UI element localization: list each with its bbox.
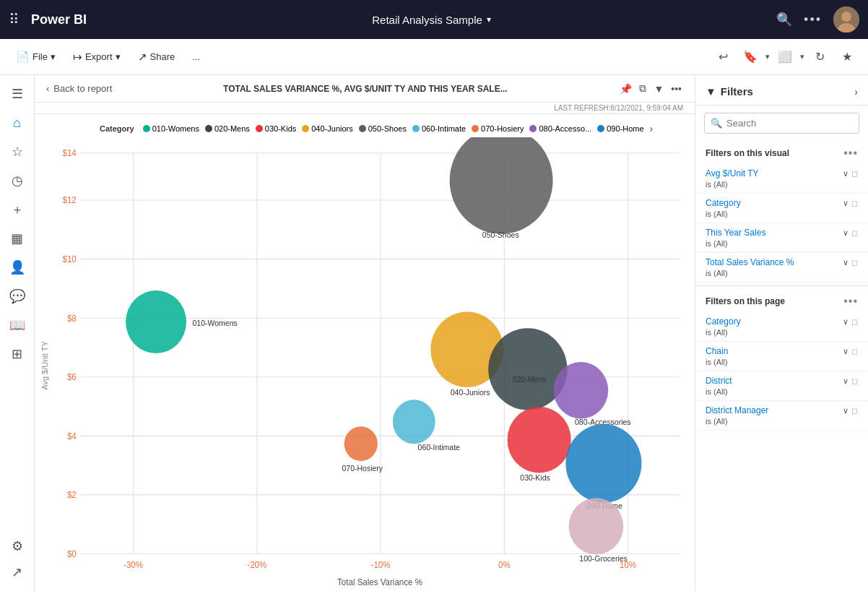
visual-filters-more[interactable]: ••• [843,147,858,160]
left-sidebar: ☰ ⌂ ☆ ◷ ＋ ▦ 👤 💬 📖 ⊞ ⚙ ↗ [0,75,35,591]
sidebar-recent-icon[interactable]: ◷ [4,168,30,194]
visual-more-icon[interactable]: ••• [669,82,683,96]
top-nav: ⠿ Power BI Retail Analysis Sample ▾ 🔍 ••… [0,0,868,39]
filter-search-box[interactable]: 🔍 [704,113,859,134]
filter-chain-clear[interactable]: ◻ [851,347,858,356]
legend-item-accessories: 080-Accesso... [529,124,591,133]
toolbar-right: ↩ 🔖 ▾ ⬜ ▾ ↻ ★ [711,45,859,69]
file-button[interactable]: 📄 File ▾ [9,46,63,68]
refresh-button[interactable]: ↻ [807,45,832,69]
legend-item-kids: 030-Kids [256,124,296,133]
chart-container: Category 010-Womens 020-Mens 030-Kids 04… [35,114,695,591]
undo-button[interactable]: ↩ [711,45,735,69]
pin-icon[interactable]: 📌 [618,82,633,96]
page-filters-header: Filters on this page ••• [695,289,868,312]
svg-text:040-Juniors: 040-Juniors [451,388,490,397]
top-more-icon[interactable]: ••• [804,12,822,27]
legend-dot-womens [143,125,150,132]
refresh-info: LAST REFRESH:8/12/2021, 9:59:04 AM [35,103,695,114]
filter-avg-unit-clear[interactable]: ◻ [851,169,858,178]
legend-item-womens: 010-Womens [143,124,199,133]
user-avatar[interactable] [833,7,859,33]
filters-expand-button[interactable]: › [854,86,858,98]
copy-icon[interactable]: ⧉ [638,81,648,96]
sidebar-home-icon[interactable]: ⌂ [4,110,30,136]
star-button[interactable]: ★ [835,45,859,69]
filter-chain-expand[interactable]: ∨ [843,347,849,356]
sidebar-create-icon[interactable]: ＋ [4,197,30,223]
sidebar-shared-icon[interactable]: 👤 [4,254,30,280]
filter-icon[interactable]: ▼ [652,82,665,96]
filter-total-sales-expand[interactable]: ∨ [843,258,849,267]
bookmark-chevron[interactable]: ▾ [765,52,770,61]
legend-dot-hosiery [472,125,479,132]
filter-this-year-expand[interactable]: ∨ [843,228,849,238]
filter-total-sales-clear[interactable]: ◻ [851,258,858,267]
bookmark-button[interactable]: 🔖 [738,45,763,69]
filter-chain: Chain ∨ ◻ is (All) [695,342,868,371]
filter-category-page-expand[interactable]: ∨ [843,317,849,327]
share-button[interactable]: ↗ Share [131,46,183,68]
filter-avg-unit-expand[interactable]: ∨ [843,169,849,178]
filter-this-year-clear[interactable]: ◻ [851,228,858,238]
main-layout: ☰ ⌂ ☆ ◷ ＋ ▦ 👤 💬 📖 ⊞ ⚙ ↗ ‹ Back to report… [0,75,868,591]
visual-title: TOTAL SALES VARIANCE %, AVG $/UNIT TY AN… [112,84,618,94]
y-axis-label: Avg $/Unit TY [40,341,49,389]
legend-dot-juniors [302,125,309,132]
sidebar-apps-icon[interactable]: ▦ [4,225,30,251]
bubble-shoes[interactable] [450,137,553,234]
sidebar-collapse-icon[interactable]: ☰ [4,81,30,107]
filter-category-page-clear[interactable]: ◻ [851,317,858,327]
more-options-button[interactable]: ... [185,47,207,66]
legend-item-home: 090-Home [597,124,643,133]
report-title-chevron[interactable]: ▾ [487,14,491,25]
filter-district-manager-clear[interactable]: ◻ [851,406,858,415]
bubble-groceries[interactable] [569,498,624,554]
filter-district-clear[interactable]: ◻ [851,376,858,386]
view-chevron[interactable]: ▾ [800,52,804,61]
bubble-womens[interactable] [126,290,186,353]
toolbar: 📄 File ▾ ↦ Export ▾ ↗ Share ... ↩ 🔖 ▾ ⬜ … [0,39,868,75]
page-filters-more[interactable]: ••• [843,295,858,308]
bubble-hosiery[interactable] [344,426,378,461]
filter-district-manager-expand[interactable]: ∨ [843,406,849,415]
apps-grid-icon[interactable]: ⠿ [9,11,19,28]
legend-category-label: Category [100,124,134,133]
sidebar-favorites-icon[interactable]: ☆ [4,139,30,165]
view-button[interactable]: ⬜ [773,45,797,69]
svg-text:$14: $14 [63,148,77,158]
visual-header: ‹ Back to report TOTAL SALES VARIANCE %,… [35,75,695,103]
svg-text:-20%: -20% [247,560,266,569]
back-chevron-icon: ‹ [46,83,49,94]
top-search-icon[interactable]: 🔍 [776,12,792,27]
export-button[interactable]: ↦ Export ▾ [66,46,128,68]
filter-category-visual: Category ∨ ◻ is (All) [695,194,868,223]
filter-category-visual-expand[interactable]: ∨ [843,199,849,208]
bubble-home[interactable] [565,424,641,503]
sidebar-expand-icon[interactable]: ↗ [4,559,30,585]
filter-total-sales-variance: Total Sales Variance % ∨ ◻ is (All) [695,253,868,282]
chart-svg: .axis-text { font-family: 'Segoe UI', Ar… [35,137,695,585]
legend-dot-accessories [529,125,537,132]
sidebar-datamart-icon[interactable]: ⊞ [4,341,30,367]
bubble-accessories[interactable] [554,362,609,418]
filter-icon-header: ▼ [706,85,716,98]
svg-text:050-Shoes: 050-Shoes [482,230,519,239]
svg-text:100-Groceries: 100-Groceries [579,554,628,563]
svg-point-1 [841,12,851,22]
filter-category-visual-clear[interactable]: ◻ [851,199,858,208]
sidebar-settings-icon[interactable]: ⚙ [4,533,30,559]
svg-text:$10: $10 [63,254,77,264]
svg-text:$8: $8 [67,313,77,322]
svg-text:030-Kids: 030-Kids [520,473,550,482]
back-to-report-button[interactable]: ‹ Back to report [46,83,112,94]
filter-search-input[interactable] [726,118,853,129]
filter-district-expand[interactable]: ∨ [843,376,849,386]
legend-scroll-right[interactable]: › [650,123,654,134]
bubble-intimate[interactable] [393,400,435,444]
legend-dot-intimate [412,125,420,132]
sidebar-workspaces-icon[interactable]: 💬 [4,283,30,309]
sidebar-learn-icon[interactable]: 📖 [4,312,30,338]
file-chevron: ▾ [51,51,56,62]
bubble-kids[interactable] [508,407,571,473]
